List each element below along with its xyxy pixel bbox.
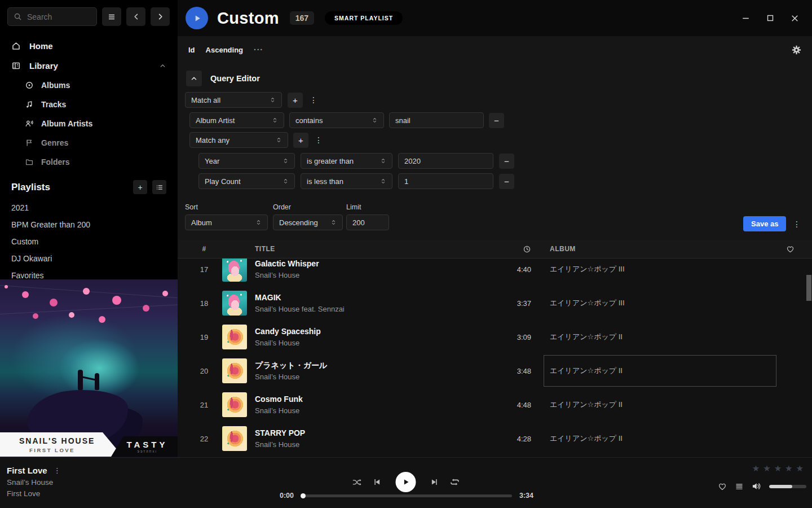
rule1-operator-select[interactable]: contains xyxy=(289,112,384,128)
star-4[interactable]: ★ xyxy=(785,463,793,474)
rule-group-menu-button[interactable]: ⋮ xyxy=(308,95,319,104)
add-playlist-button[interactable]: + xyxy=(133,180,147,194)
star-5[interactable]: ★ xyxy=(796,463,805,474)
track-album[interactable]: エイリアン☆ポップ II xyxy=(550,400,764,410)
table-row[interactable]: 22 STARRY POP Snail’s House 4:28 エイリアン☆ポ… xyxy=(178,422,812,456)
rule1-field-select[interactable]: Album Artist xyxy=(189,112,284,128)
minimize-button[interactable] xyxy=(741,14,751,23)
group-rule1-value-input[interactable]: 2020 xyxy=(398,153,493,169)
nav-forward-button[interactable] xyxy=(151,7,170,26)
remove-rule1-button[interactable]: − xyxy=(489,113,504,128)
track-album[interactable]: エイリアン☆ポップ II xyxy=(550,433,764,444)
track-album[interactable]: エイリアン☆ポップ III xyxy=(550,264,764,274)
playlist-item-bpm[interactable]: BPM Greater than 200 xyxy=(0,216,178,233)
nav-back-button[interactable] xyxy=(126,7,145,26)
manage-playlists-button[interactable] xyxy=(152,180,166,194)
track-artist[interactable]: Snail’s House xyxy=(255,372,492,382)
sidebar-item-tracks[interactable]: Tracks xyxy=(0,95,178,114)
column-header-title[interactable]: TITLE xyxy=(255,245,492,253)
star-2[interactable]: ★ xyxy=(763,463,771,474)
search-box[interactable] xyxy=(7,7,97,26)
tracklist-scrollbar[interactable] xyxy=(806,275,811,301)
track-artist[interactable]: Snail’s House xyxy=(255,270,492,281)
progress-slider[interactable] xyxy=(301,494,512,497)
group-rule1-operator-select[interactable]: is greater than xyxy=(301,153,392,169)
sidebar-item-genres[interactable]: Genres xyxy=(0,133,178,152)
more-options-button[interactable]: ··· xyxy=(254,45,263,54)
remove-group-rule2-button[interactable]: − xyxy=(499,174,514,189)
table-row[interactable]: 18 MAGIK Snail’s House feat. Sennzai 3:3… xyxy=(178,286,812,320)
group-rule2-operator-select[interactable]: is less than xyxy=(301,173,392,189)
now-playing-album[interactable]: First Love xyxy=(7,488,61,500)
sidebar-item-folders[interactable]: Folders xyxy=(0,152,178,172)
track-artist[interactable]: Snail’s House xyxy=(255,406,492,416)
favorite-button[interactable] xyxy=(718,482,727,491)
add-group-rule-button[interactable]: + xyxy=(293,133,308,148)
library-icon xyxy=(11,61,21,71)
track-number: 21 xyxy=(188,401,220,409)
rule1-value-input[interactable]: snail xyxy=(389,112,484,128)
group-menu-button[interactable]: ⋮ xyxy=(314,135,324,144)
shuffle-button[interactable] xyxy=(352,478,362,487)
order-select[interactable]: Descending xyxy=(273,214,343,230)
now-playing-menu-button[interactable]: ⋮ xyxy=(54,466,61,475)
sort-select[interactable]: Album xyxy=(185,214,268,230)
settings-gear-button[interactable] xyxy=(792,45,801,55)
column-header-number[interactable]: # xyxy=(188,245,220,253)
group-rule2-value-input[interactable]: 1 xyxy=(398,173,493,189)
search-input[interactable] xyxy=(27,12,91,21)
now-playing-artist[interactable]: Snail’s House xyxy=(7,477,61,488)
next-track-button[interactable] xyxy=(430,478,439,487)
playlist-item-custom[interactable]: Custom xyxy=(0,233,178,250)
playlist-item-dj-okawari[interactable]: DJ Okawari xyxy=(0,250,178,267)
table-row[interactable]: 17 Galactic Whisper Snail’s House 4:40 エ… xyxy=(178,259,812,286)
sidebar-item-library[interactable]: Library xyxy=(0,56,178,76)
track-artist[interactable]: Snail’s House feat. Sennzai xyxy=(255,304,492,314)
playlist-item-2021[interactable]: 2021 xyxy=(0,199,178,216)
star-3[interactable]: ★ xyxy=(774,463,783,474)
column-header-favorite[interactable] xyxy=(777,244,803,253)
progress-handle[interactable] xyxy=(301,493,306,498)
track-artist[interactable]: Snail’s House xyxy=(255,338,492,348)
add-rule-button[interactable]: + xyxy=(288,93,303,108)
remove-group-rule1-button[interactable]: − xyxy=(499,154,514,169)
volume-icon[interactable] xyxy=(752,481,761,491)
save-menu-button[interactable]: ⋮ xyxy=(792,220,802,229)
sort-field-button[interactable]: Id xyxy=(188,46,195,54)
sort-direction-button[interactable]: Ascending xyxy=(206,46,243,54)
table-row[interactable]: 19 Candy Spaceship Snail’s House 3:09 エイ… xyxy=(178,320,812,354)
group-rule1-field-select[interactable]: Year xyxy=(198,153,295,169)
volume-slider[interactable] xyxy=(769,485,806,488)
play-playlist-button[interactable] xyxy=(186,7,208,29)
window-controls xyxy=(741,14,804,23)
now-playing-title[interactable]: First Love xyxy=(7,466,47,475)
track-album[interactable]: エイリアン☆ポップ II xyxy=(550,332,764,342)
collapse-query-editor-button[interactable] xyxy=(186,71,202,86)
table-row[interactable]: 21 Cosmo Funk Snail’s House 4:48 エイリアン☆ポ… xyxy=(178,388,812,422)
track-artist[interactable]: Snail’s House xyxy=(255,440,492,450)
star-1[interactable]: ★ xyxy=(752,463,761,474)
maximize-button[interactable] xyxy=(766,14,775,23)
repeat-button[interactable] xyxy=(450,477,460,487)
track-album[interactable]: エイリアン☆ポップ III xyxy=(550,298,764,308)
menu-button[interactable] xyxy=(102,7,121,26)
limit-input[interactable]: 200 xyxy=(346,214,389,230)
root-match-select[interactable]: Match all xyxy=(185,92,282,108)
play-pause-button[interactable] xyxy=(396,472,416,492)
sidebar-item-albums[interactable]: Albums xyxy=(0,76,178,95)
playlist-header: Custom 167 SMART PLAYLIST xyxy=(178,0,812,36)
sidebar-item-home[interactable]: Home xyxy=(0,36,178,56)
close-button[interactable] xyxy=(790,14,800,23)
table-row[interactable]: 20 プラネット・ガール Snail’s House 3:48 エイリアン☆ポッ… xyxy=(178,354,812,388)
now-playing-album-art[interactable]: SNAIL'S HOUSE FIRST LOVE TASTY ЭЭТЛПХІ xyxy=(0,279,178,457)
previous-track-button[interactable] xyxy=(373,478,382,487)
queue-button[interactable] xyxy=(735,482,744,491)
column-header-duration[interactable] xyxy=(492,244,531,253)
column-header-album[interactable]: ALBUM xyxy=(550,245,764,253)
group-rule2-field-select[interactable]: Play Count xyxy=(198,173,295,189)
save-as-button[interactable]: Save as xyxy=(743,216,786,231)
sidebar-item-album-artists[interactable]: Album Artists xyxy=(0,114,178,133)
select-arrows-icon xyxy=(283,157,289,165)
chevron-up-icon[interactable] xyxy=(159,62,166,69)
group-match-select[interactable]: Match any xyxy=(189,132,288,148)
